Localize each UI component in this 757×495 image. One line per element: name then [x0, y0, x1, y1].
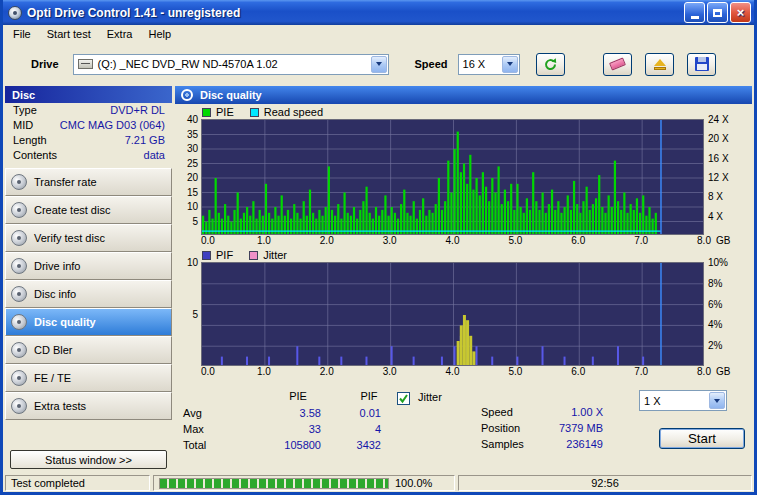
sidebar-item-disc-info[interactable]: Disc info: [5, 280, 172, 308]
verify-test-disc-icon: [11, 230, 27, 246]
sidebar-item-disc-quality[interactable]: Disc quality: [5, 308, 172, 336]
x-axis-tick: 8.0: [697, 366, 711, 377]
max-pie-value: 33: [265, 423, 321, 435]
disc-quality-icon: [11, 314, 27, 330]
menu-help[interactable]: Help: [140, 25, 179, 44]
pif-legend-label: PIF: [216, 249, 233, 261]
disc-contents-label: Contents: [13, 149, 57, 163]
x-axis-tick: 2.0: [320, 366, 334, 377]
y-axis-tick: 10: [187, 257, 198, 268]
menu-bar: File Start test Extra Help: [3, 25, 754, 44]
x-axis-tick: 5.0: [508, 235, 522, 246]
jitter-legend-label: Jitter: [263, 249, 287, 261]
pie-chart-plot-area: [201, 119, 704, 235]
menu-file[interactable]: File: [5, 25, 39, 44]
erase-disc-button[interactable]: [603, 53, 632, 76]
sidebar-item-verify-test-disc[interactable]: Verify test disc: [5, 224, 172, 252]
y-axis-tick: 40: [187, 114, 198, 125]
floppy-disk-icon: [695, 57, 709, 71]
maximize-button[interactable]: [707, 2, 728, 23]
total-row-label: Total: [183, 439, 206, 451]
y-axis-tick: 10: [187, 201, 198, 212]
pie-chart-legend: PIE Read speed: [175, 105, 752, 119]
x-axis-tick: 2.0: [320, 235, 334, 246]
pif-chart-y-axis-left: 510: [175, 262, 201, 366]
x-axis-tick: 3.0: [383, 366, 397, 377]
chevron-down-icon: [714, 399, 720, 403]
jitter-checkbox-group: Jitter: [397, 391, 442, 405]
pie-chart: 510152025303540 4 X8 X12 X16 X20 X24 X: [175, 119, 752, 235]
y-axis-tick: 16 X: [708, 153, 729, 164]
disc-info-row: MIDCMC MAG D03 (064): [5, 118, 172, 133]
disc-contents-value: data: [144, 149, 165, 163]
disc-mid-label: MID: [13, 119, 33, 133]
check-icon: [398, 393, 409, 404]
disc-length-value: 7.21 GB: [125, 134, 165, 148]
sidebar-item-extra-tests[interactable]: Extra tests: [5, 392, 172, 420]
disc-length-label: Length: [13, 134, 47, 148]
x-axis-tick: 5.0: [508, 366, 522, 377]
start-button[interactable]: Start: [659, 428, 745, 449]
menu-start-test[interactable]: Start test: [39, 25, 99, 44]
sidebar-item-label: Disc info: [34, 288, 76, 300]
sidebar-item-create-test-disc[interactable]: Create test disc: [5, 196, 172, 224]
save-button[interactable]: [687, 53, 716, 76]
y-axis-tick: 12 X: [708, 172, 729, 183]
x-axis-unit: GB: [716, 235, 730, 246]
sidebar-item-transfer-rate[interactable]: Transfer rate: [5, 168, 172, 196]
y-axis-tick: 25: [187, 158, 198, 169]
y-axis-tick: 8 X: [708, 191, 723, 202]
test-speed-select[interactable]: 1 X: [639, 390, 727, 411]
refresh-button[interactable]: [536, 53, 565, 76]
max-pif-value: 4: [335, 423, 381, 435]
disc-info-row: TypeDVD+R DL: [5, 103, 172, 118]
pif-chart-y-axis-right: 2%4%6%8%10%: [704, 262, 748, 366]
sidebar-item-label: Transfer rate: [34, 176, 97, 188]
speed-select-value: 16 X: [463, 58, 486, 70]
transfer-rate-icon: [11, 174, 27, 190]
eject-button[interactable]: [645, 53, 674, 76]
drive-select-value: (Q:) _NEC DVD_RW ND-4570A 1.02: [98, 58, 278, 70]
pie-column-header: PIE: [275, 390, 321, 402]
y-axis-tick: 20 X: [708, 133, 729, 144]
drive-label: Drive: [31, 58, 59, 70]
jitter-checkbox[interactable]: [397, 392, 410, 405]
disc-type-value: DVD+R DL: [110, 104, 165, 118]
avg-pie-value: 3.58: [265, 407, 321, 419]
sidebar-item-fe-te[interactable]: FE / TE: [5, 364, 172, 392]
drive-select[interactable]: (Q:) _NEC DVD_RW ND-4570A 1.02: [73, 54, 389, 75]
status-window-button[interactable]: Status window >>: [10, 450, 167, 469]
progress-percent: 100.0%: [395, 477, 432, 489]
sidebar: Disc TypeDVD+R DL MIDCMC MAG D03 (064) L…: [3, 84, 173, 474]
drive-select-arrow[interactable]: [371, 56, 387, 73]
speed-select[interactable]: 16 X: [458, 54, 520, 75]
total-pif-value: 3432: [335, 439, 381, 451]
test-speed-select-arrow[interactable]: [709, 392, 725, 409]
read-speed-legend-label: Read speed: [264, 106, 323, 118]
refresh-icon: [543, 57, 558, 72]
test-speed-select-value: 1 X: [644, 395, 661, 407]
sidebar-item-cd-bler[interactable]: CD Bler: [5, 336, 172, 364]
sidebar-item-drive-info[interactable]: Drive info: [5, 252, 172, 280]
max-row-label: Max: [183, 423, 204, 435]
eraser-icon: [609, 57, 626, 70]
speed-label: Speed: [415, 58, 448, 70]
app-window: Opti Drive Control 1.41 - unregistered ×…: [0, 0, 757, 495]
minimize-icon: [691, 16, 699, 19]
status-bar: Test completed 100.0% 92:56: [3, 474, 754, 492]
speed-select-arrow[interactable]: [502, 56, 518, 73]
x-axis-tick: 7.0: [634, 366, 648, 377]
close-button[interactable]: ×: [730, 2, 751, 23]
x-axis-tick: 6.0: [571, 366, 585, 377]
jitter-legend-swatch: [249, 251, 258, 260]
disc-info-icon: [11, 286, 27, 302]
minimize-button[interactable]: [684, 2, 705, 23]
avg-row-label: Avg: [183, 407, 202, 419]
speed-stat-value: 1.00 X: [533, 406, 603, 418]
position-stat-value: 7379 MB: [533, 422, 603, 434]
elapsed-time: 92:56: [458, 475, 752, 491]
y-axis-tick: 10%: [708, 257, 728, 268]
cd-bler-icon: [11, 342, 27, 358]
menu-extra[interactable]: Extra: [99, 25, 141, 44]
x-axis-tick: 1.0: [257, 366, 271, 377]
